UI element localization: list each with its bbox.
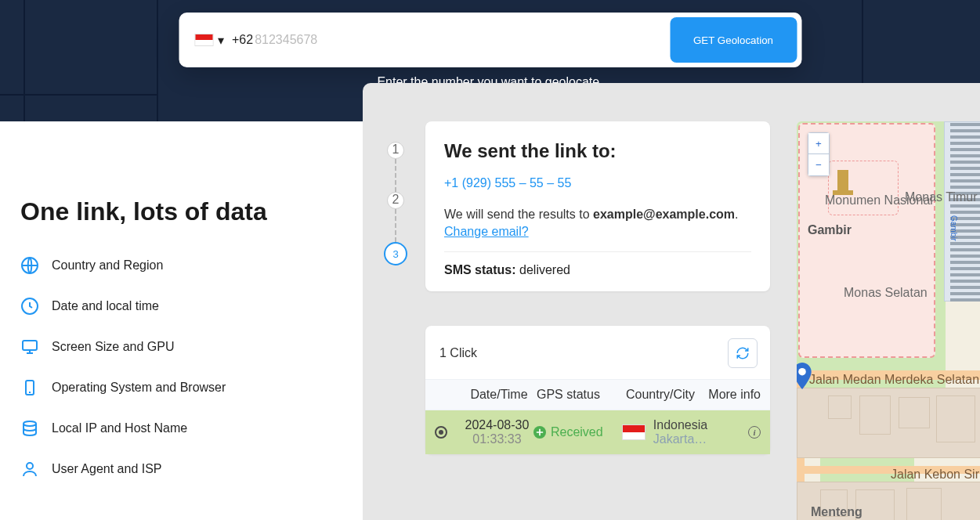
phone-input-bar[interactable]: ▾ +62 812345678 GET Geolocation: [179, 13, 801, 67]
gps-received-icon: [533, 426, 546, 439]
sent-subtext: We will send the results to example@exam…: [444, 208, 751, 222]
svg-point-4: [24, 421, 36, 426]
step-1[interactable]: 1: [387, 142, 404, 159]
features-title: One link, lots of data: [20, 197, 334, 226]
smartphone-icon: [20, 378, 39, 397]
feature-ua: User Agent and ISP: [20, 460, 334, 478]
user-icon: [20, 460, 39, 478]
row-radio[interactable]: [435, 426, 447, 439]
dial-code: +62: [232, 33, 253, 47]
chevron-down-icon[interactable]: ▾: [218, 33, 224, 48]
flag-indonesia-icon: [194, 34, 213, 46]
map-pin-icon: [797, 363, 812, 383]
zoom-out-button[interactable]: −: [808, 154, 830, 176]
refresh-button[interactable]: [728, 338, 758, 368]
result-panel: 1 2 3 We sent the link to: +1 (929) 555 …: [363, 83, 980, 520]
click-row[interactable]: 2024-08-30 01:33:33 Received Indonesia J…: [425, 410, 770, 454]
svg-rect-2: [23, 341, 37, 350]
feature-date: Date and local time: [20, 297, 334, 316]
clicks-title: 1 Click: [439, 346, 477, 360]
monitor-icon: [20, 338, 39, 356]
globe-icon: [20, 256, 39, 275]
refresh-icon: [736, 346, 750, 360]
monument-icon: [837, 170, 848, 192]
sent-phone: +1 (929) 555 – 55 – 55: [444, 176, 751, 190]
step-2[interactable]: 2: [387, 192, 404, 209]
feature-os: Operating System and Browser: [20, 378, 334, 397]
clicks-card: 1 Click Date/Time GPS status Country/Cit…: [425, 326, 770, 454]
feature-country: Country and Region: [20, 256, 334, 275]
step-3[interactable]: 3: [384, 242, 407, 265]
search-wrap: ▾ +62 812345678 GET Geolocation Enter th…: [179, 13, 801, 89]
feature-screen: Screen Size and GPU: [20, 338, 334, 356]
database-icon: [20, 419, 39, 438]
zoom-in-button[interactable]: +: [808, 132, 830, 154]
map-zoom: + −: [808, 132, 830, 176]
flag-indonesia-icon: [622, 424, 645, 440]
clock-icon: [20, 297, 39, 316]
svg-point-6: [798, 368, 806, 376]
sent-card: We sent the link to: +1 (929) 555 – 55 –…: [425, 121, 770, 291]
sms-status: SMS status: delivered: [444, 263, 751, 277]
map[interactable]: Jalan Medan Merdeka Selatan Jalan Kebon …: [797, 121, 980, 520]
phone-placeholder: 812345678: [255, 33, 317, 47]
info-icon[interactable]: [748, 426, 761, 439]
svg-point-5: [27, 463, 33, 469]
feature-ip: Local IP and Host Name: [20, 419, 334, 438]
stepper: 1 2 3: [380, 142, 411, 265]
change-email-link[interactable]: Change email?: [444, 225, 529, 239]
sent-title: We sent the link to:: [444, 140, 751, 162]
features-section: One link, lots of data Country and Regio…: [20, 197, 334, 500]
get-geolocation-button[interactable]: GET Geolocation: [670, 17, 797, 63]
clicks-header: Date/Time GPS status Country/City More i…: [425, 379, 770, 410]
